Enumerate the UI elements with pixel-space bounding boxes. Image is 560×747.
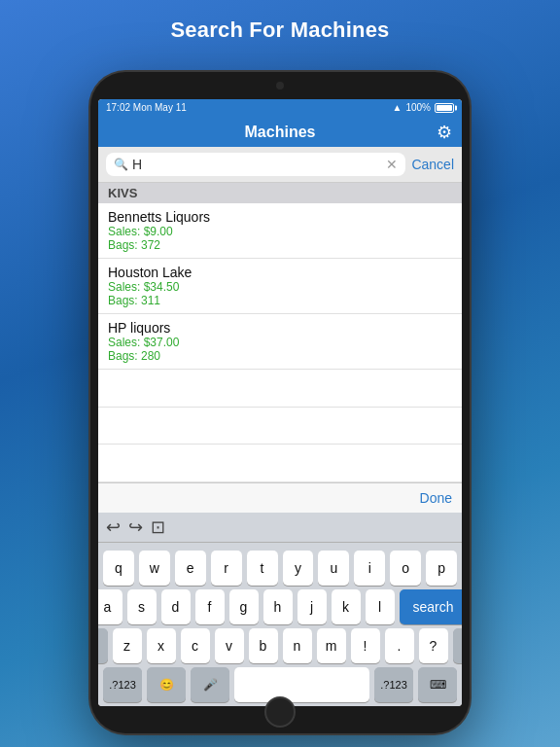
done-button[interactable]: Done <box>420 490 452 506</box>
nav-bar: Machines ⚙ <box>98 117 462 147</box>
wifi-icon: ▲ <box>393 102 402 113</box>
key-question[interactable]: ? <box>419 628 448 663</box>
section-header: KIVS <box>98 183 462 203</box>
key-i[interactable]: i <box>354 551 385 586</box>
key-q[interactable]: q <box>103 551 134 586</box>
empty-row <box>98 408 462 445</box>
status-bar: 17:02 Mon May 11 ▲ 100% <box>98 99 462 117</box>
key-v[interactable]: v <box>215 628 244 663</box>
item-bags: Bags: 372 <box>108 238 452 252</box>
redo-icon[interactable]: ↪ <box>128 516 143 538</box>
key-k[interactable]: k <box>332 589 361 624</box>
key-b[interactable]: b <box>249 628 278 663</box>
keyboard-row-3: ⇧ z x c v b n m ! . ? ⌫ <box>103 628 457 663</box>
item-bags: Bags: 280 <box>108 349 452 363</box>
key-p[interactable]: p <box>426 551 457 586</box>
page-title-area: Search For Machines <box>0 18 560 43</box>
key-m[interactable]: m <box>317 628 346 663</box>
item-name: HP liquors <box>108 320 452 336</box>
undo-icon[interactable]: ↩ <box>106 516 121 538</box>
key-t[interactable]: t <box>247 551 278 586</box>
item-sales: Sales: $9.00 <box>108 225 452 238</box>
list-item[interactable]: Houston Lake Sales: $34.50 Bags: 311 <box>98 259 462 314</box>
space-key[interactable] <box>234 667 369 702</box>
emoji-key[interactable]: 😊 <box>147 667 186 702</box>
status-icons: ▲ 100% <box>393 102 454 113</box>
gear-icon[interactable]: ⚙ <box>437 122 452 143</box>
home-button[interactable] <box>264 696 296 728</box>
key-d[interactable]: d <box>161 589 191 624</box>
key-o[interactable]: o <box>390 551 421 586</box>
done-area: Done <box>98 482 462 513</box>
key-f[interactable]: f <box>195 589 225 624</box>
key-h[interactable]: h <box>263 589 293 624</box>
key-period[interactable]: . <box>385 628 414 663</box>
delete-key[interactable]: ⌫ <box>453 628 463 663</box>
status-time-date: 17:02 Mon May 11 <box>106 102 187 113</box>
keyboard-dismiss-icon[interactable]: ⌨ <box>418 667 457 702</box>
device-screen: 17:02 Mon May 11 ▲ 100% Machines ⚙ 🔍 H ✕ <box>98 99 462 706</box>
shift-left-key[interactable]: ⇧ <box>98 628 108 663</box>
keyboard: q w e r t y u i o p a s d f g h j k <box>98 543 462 706</box>
key-g[interactable]: g <box>229 589 259 624</box>
clear-icon[interactable]: ✕ <box>386 157 398 172</box>
item-bags: Bags: 311 <box>108 294 452 307</box>
key-a[interactable]: a <box>98 589 122 624</box>
front-camera <box>276 82 284 89</box>
key-c[interactable]: c <box>181 628 210 663</box>
item-sales: Sales: $34.50 <box>108 280 452 294</box>
key-l[interactable]: l <box>366 589 395 624</box>
key-w[interactable]: w <box>139 551 170 586</box>
key-s[interactable]: s <box>127 589 157 624</box>
paste-icon[interactable]: ⊡ <box>151 516 165 538</box>
number-symbol-key[interactable]: .?123 <box>103 667 142 702</box>
key-y[interactable]: y <box>283 551 314 586</box>
key-j[interactable]: j <box>298 589 327 624</box>
item-sales: Sales: $37.00 <box>108 336 452 349</box>
key-n[interactable]: n <box>283 628 312 663</box>
empty-row <box>98 370 462 408</box>
search-button[interactable]: search <box>400 589 463 624</box>
item-name: Houston Lake <box>108 265 452 280</box>
search-input[interactable]: H <box>132 157 382 172</box>
page-title: Search For Machines <box>0 18 560 43</box>
search-icon: 🔍 <box>114 158 128 171</box>
list-item[interactable]: Bennetts Liquors Sales: $9.00 Bags: 372 <box>98 203 462 259</box>
key-exclaim[interactable]: ! <box>351 628 380 663</box>
key-r[interactable]: r <box>211 551 242 586</box>
list-item[interactable]: HP liquors Sales: $37.00 Bags: 280 <box>98 314 462 370</box>
empty-row <box>98 445 462 482</box>
battery-percent: 100% <box>405 102 431 113</box>
key-x[interactable]: x <box>147 628 176 663</box>
battery-icon <box>435 103 454 113</box>
search-input-wrap[interactable]: 🔍 H ✕ <box>106 153 405 176</box>
cancel-button[interactable]: Cancel <box>411 157 454 172</box>
mic-key[interactable]: 🎤 <box>191 667 229 702</box>
number-symbol-key-right[interactable]: .?123 <box>374 667 413 702</box>
keyboard-row-2: a s d f g h j k l search <box>103 589 457 624</box>
key-z[interactable]: z <box>113 628 142 663</box>
item-name: Bennetts Liquors <box>108 209 452 225</box>
nav-title: Machines <box>245 124 316 141</box>
search-bar: 🔍 H ✕ Cancel <box>98 147 462 183</box>
keyboard-toolbar: ↩ ↪ ⊡ <box>98 513 462 543</box>
key-e[interactable]: e <box>175 551 206 586</box>
device-shell: 17:02 Mon May 11 ▲ 100% Machines ⚙ 🔍 H ✕ <box>90 72 470 733</box>
key-u[interactable]: u <box>318 551 349 586</box>
keyboard-row-numbers: q w e r t y u i o p <box>103 551 457 586</box>
